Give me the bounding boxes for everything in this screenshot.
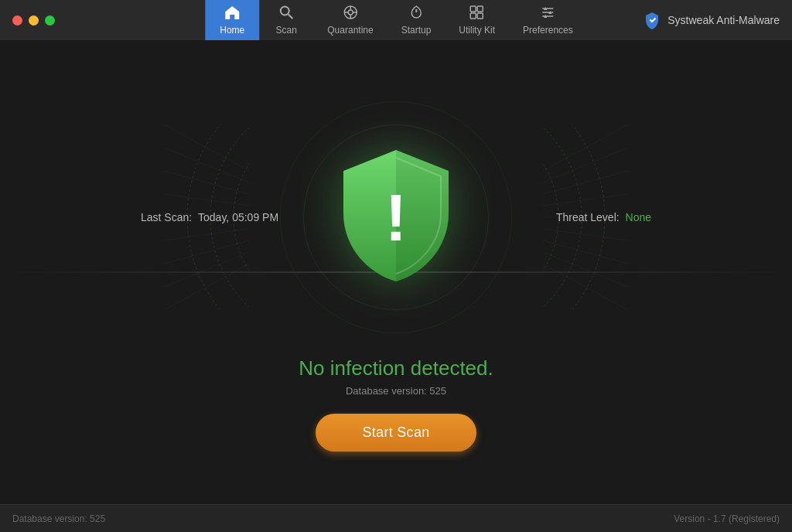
status-section: No infection detected. Database version:…: [299, 356, 493, 397]
no-infection-text: No infection detected.: [299, 356, 493, 380]
nav-item-scan[interactable]: Scan: [259, 0, 313, 40]
nav-item-home[interactable]: Home: [205, 0, 259, 40]
svg-rect-12: [478, 13, 483, 19]
main-content: Last Scan: Today, 05:09 PM Threat Level:…: [0, 40, 792, 504]
threat-level-label: Threat Level:: [556, 211, 620, 223]
nav-label-scan: Scan: [276, 25, 297, 36]
home-icon: [224, 5, 241, 22]
main-nav: Home Scan Quaran: [205, 0, 586, 40]
threat-level-value: None: [626, 211, 651, 223]
svg-rect-11: [471, 13, 476, 19]
nav-label-home: Home: [220, 25, 244, 36]
scan-icon: [278, 5, 294, 22]
startup-icon: [408, 5, 424, 22]
svg-text:!: !: [385, 181, 407, 254]
minimize-button[interactable]: [29, 15, 39, 26]
radar-area: Last Scan: Today, 05:09 PM Threat Level:…: [125, 94, 667, 341]
svg-line-1: [288, 15, 293, 19]
nav-item-startup[interactable]: Startup: [387, 0, 446, 40]
shield-icon-wrapper: !: [334, 144, 458, 290]
db-version-label: Database version:: [346, 385, 427, 397]
svg-point-0: [281, 7, 289, 15]
nav-item-quarantine[interactable]: Quarantine: [313, 0, 387, 40]
titlebar: Home Scan Quaran: [0, 0, 792, 40]
traffic-lights: [0, 15, 55, 26]
brand-name: Systweak Anti-Malware: [667, 14, 780, 26]
last-scan-label: Last Scan:: [141, 211, 192, 223]
footer-db-version: Database version: 525: [12, 513, 105, 524]
close-button[interactable]: [12, 15, 22, 26]
preferences-icon: [540, 5, 555, 22]
quarantine-icon: [343, 5, 358, 22]
threat-level-info: Threat Level: None: [556, 211, 651, 223]
nav-label-utility-kit: Utility Kit: [459, 25, 495, 36]
shield-icon: !: [334, 144, 458, 287]
maximize-button[interactable]: [45, 15, 55, 26]
start-scan-button[interactable]: Start Scan: [316, 414, 476, 452]
svg-rect-9: [471, 6, 476, 12]
nav-label-preferences: Preferences: [523, 25, 573, 36]
brand: Systweak Anti-Malware: [643, 11, 780, 29]
db-version-text: Database version: 525: [299, 385, 493, 397]
nav-item-utility-kit[interactable]: Utility Kit: [445, 0, 509, 40]
nav-label-quarantine: Quarantine: [327, 25, 373, 36]
footer-version: Version - 1.7 (Registered): [674, 513, 780, 524]
brand-icon: [643, 11, 661, 29]
db-version-value: 525: [429, 385, 446, 397]
last-scan-value: Today, 05:09 PM: [198, 211, 278, 223]
svg-rect-10: [478, 6, 483, 12]
utility-kit-icon: [469, 5, 485, 22]
nav-item-preferences[interactable]: Preferences: [509, 0, 587, 40]
last-scan-info: Last Scan: Today, 05:09 PM: [141, 211, 278, 223]
svg-point-3: [348, 10, 353, 15]
nav-label-startup: Startup: [401, 25, 432, 36]
footer: Database version: 525 Version - 1.7 (Reg…: [0, 504, 792, 532]
